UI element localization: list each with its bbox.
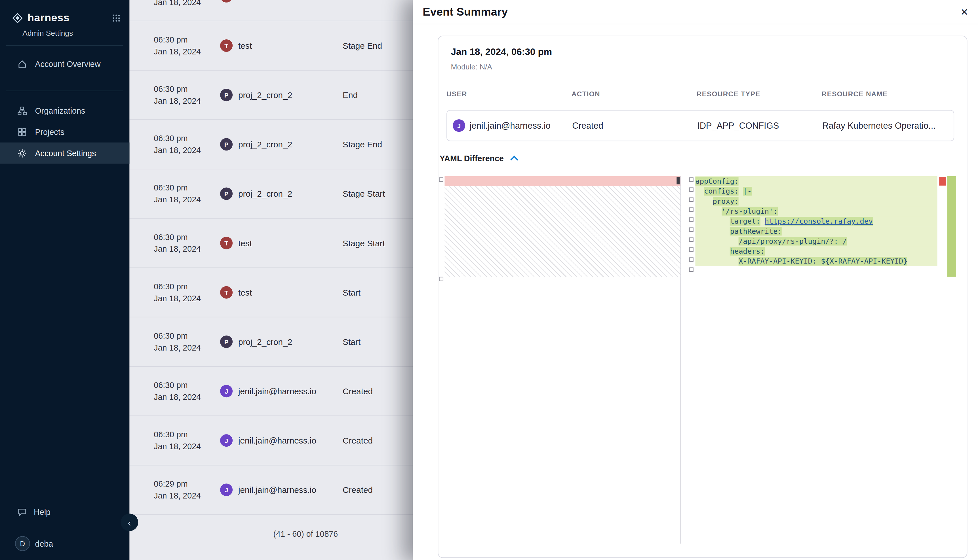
table-row[interactable]: 06:30 pm Jan 18, 2024 P proj_2_cron_2 St… xyxy=(129,317,438,367)
row-user: J jenil.jain@harness.io xyxy=(220,483,343,496)
row-timestamp: 06:30 pm Jan 18, 2024 xyxy=(154,35,220,56)
row-user: P proj_2_cron_2 xyxy=(220,335,343,348)
diff-fold-marker[interactable] xyxy=(689,207,693,212)
row-avatar: P xyxy=(220,335,232,348)
chat-icon xyxy=(18,507,27,517)
row-name: jenil.jain@harness.io xyxy=(238,436,316,445)
diff-fold-marker[interactable] xyxy=(689,177,693,182)
row-name: proj_2_cron_2 xyxy=(238,189,292,198)
event-datetime: Jan 18, 2024, 06:30 pm xyxy=(451,46,552,57)
sidebar-collapse-button[interactable]: ‹ xyxy=(120,513,138,531)
table-row[interactable]: 06:30 pm Jan 18, 2024 T test Stage End xyxy=(129,21,438,70)
event-resource-name: Rafay Kubernetes Operatio... xyxy=(822,110,956,140)
row-timestamp: 06:30 pm Jan 18, 2024 xyxy=(154,331,220,352)
diff-link[interactable]: https://console.rafay.dev xyxy=(765,217,873,226)
sidebar-item-label: Projects xyxy=(35,127,64,137)
diff-gutter-right xyxy=(689,176,694,543)
row-name: proj_2_cron_2 xyxy=(238,90,292,100)
row-avatar: T xyxy=(220,286,232,299)
diff-removed-line xyxy=(445,176,680,186)
table-row[interactable]: 06:30 pm Jan 18, 2024 P proj_2_cron_2 St… xyxy=(129,169,438,218)
col-header-resource-type: RESOURCE TYPE xyxy=(697,90,761,97)
module-label: Module: N/A xyxy=(451,62,492,71)
row-avatar: T xyxy=(220,39,232,52)
table-row[interactable]: 06:29 pm Jan 18, 2024 J jenil.jain@harne… xyxy=(129,465,438,515)
diff-fold-marker[interactable] xyxy=(689,227,693,232)
table-row[interactable]: 06:30 pm Jan 18, 2024 T test Stage Start xyxy=(129,219,438,268)
row-name: proj_2_cron_2 xyxy=(238,140,292,149)
diff-fold-marker[interactable] xyxy=(439,277,443,281)
row-user: T test xyxy=(220,237,343,249)
row-avatar: J xyxy=(220,385,232,397)
row-date: Jan 18, 2024 xyxy=(154,47,220,56)
sidebar: harness Admin Settings Account Overview … xyxy=(0,0,129,560)
sidebar-item-organizations[interactable]: Organizations xyxy=(0,100,129,121)
row-name: jenil.jain@harness.io xyxy=(238,387,316,396)
row-user: P proj_2_cron_2 xyxy=(220,89,343,101)
help-label: Help xyxy=(34,507,50,517)
org-icon xyxy=(18,106,27,115)
row-user: P proj_2_cron_2 xyxy=(220,138,343,150)
sidebar-item-label: Organizations xyxy=(35,106,85,115)
table-row[interactable]: 06:30 pm Jan 18, 2024 T test End xyxy=(129,0,438,21)
yaml-difference-toggle[interactable]: YAML Difference xyxy=(440,153,517,163)
row-avatar: P xyxy=(220,138,232,150)
module-grid-icon[interactable] xyxy=(112,14,121,23)
table-row-inner: 06:30 pm Jan 18, 2024 J jenil.jain@harne… xyxy=(129,367,438,415)
table-row[interactable]: 06:30 pm Jan 18, 2024 P proj_2_cron_2 En… xyxy=(129,70,438,120)
table-row[interactable]: 06:30 pm Jan 18, 2024 J jenil.jain@harne… xyxy=(129,367,438,416)
row-user: T test xyxy=(220,0,343,3)
close-icon[interactable]: × xyxy=(961,4,968,20)
diff-fold-marker[interactable] xyxy=(689,198,693,202)
yaml-diff-viewer: appConfig: configs: |- proxy: '/rs-plugi… xyxy=(439,176,956,543)
row-timestamp: 06:30 pm Jan 18, 2024 xyxy=(154,282,220,303)
row-user: T test xyxy=(220,286,343,299)
row-action: End xyxy=(343,0,358,1)
row-action: Stage Start xyxy=(343,238,385,248)
diff-fold-marker[interactable] xyxy=(689,257,693,262)
row-action: Stage Start xyxy=(343,189,385,198)
diff-fold-marker[interactable] xyxy=(689,268,693,272)
row-time: 06:30 pm xyxy=(154,232,220,242)
sidebar-item-account-settings[interactable]: Account Settings xyxy=(0,143,129,164)
diff-fold-marker[interactable] xyxy=(689,217,693,222)
sidebar-divider xyxy=(6,91,123,91)
diff-fold-marker[interactable] xyxy=(689,237,693,242)
sidebar-item-label: Account Settings xyxy=(35,148,96,158)
row-time: 06:30 pm xyxy=(154,430,220,439)
table-row-inner: 06:30 pm Jan 18, 2024 T test Stage Start xyxy=(129,219,438,268)
row-user: J jenil.jain@harness.io xyxy=(220,385,343,397)
table-row[interactable]: 06:30 pm Jan 18, 2024 J jenil.jain@harne… xyxy=(129,416,438,465)
row-name: test xyxy=(238,288,252,297)
diff-added-line: /api/proxy/rs-plugin/?: / xyxy=(695,236,938,246)
diff-fold-marker[interactable] xyxy=(689,187,693,192)
logo-row: harness xyxy=(0,0,129,27)
row-timestamp: 06:30 pm Jan 18, 2024 xyxy=(154,134,220,155)
diff-added-line: proxy: xyxy=(695,196,938,206)
diff-added-line: pathRewrite: xyxy=(695,226,938,236)
user-menu[interactable]: D deba xyxy=(15,536,53,551)
row-date: Jan 18, 2024 xyxy=(154,244,220,253)
row-action: Created xyxy=(343,436,373,445)
row-time: 06:30 pm xyxy=(154,331,220,340)
row-date: Jan 18, 2024 xyxy=(154,491,220,500)
diff-fold-marker[interactable] xyxy=(689,247,693,252)
drawer-header: Event Summary × xyxy=(413,0,978,24)
diff-added-line: headers: xyxy=(695,246,938,256)
sidebar-item-projects[interactable]: Projects xyxy=(0,121,129,143)
user-name: deba xyxy=(35,539,53,548)
row-timestamp: 06:30 pm Jan 18, 2024 xyxy=(154,381,220,402)
chevron-left-icon: ‹ xyxy=(128,517,131,527)
sidebar-item-account-overview[interactable]: Account Overview xyxy=(0,53,129,74)
table-row[interactable]: 06:30 pm Jan 18, 2024 P proj_2_cron_2 St… xyxy=(129,120,438,169)
diff-fold-marker[interactable] xyxy=(439,177,443,182)
row-time: 06:30 pm xyxy=(154,85,220,94)
yaml-difference-label: YAML Difference xyxy=(440,153,504,163)
sidebar-divider xyxy=(6,45,123,46)
sidebar-subtitle: Admin Settings xyxy=(0,27,129,40)
row-timestamp: 06:30 pm Jan 18, 2024 xyxy=(154,183,220,204)
diff-removed-indicator xyxy=(939,177,946,186)
table-row[interactable]: 06:30 pm Jan 18, 2024 T test Start xyxy=(129,268,438,317)
row-time: 06:30 pm xyxy=(154,282,220,291)
help-button[interactable]: Help xyxy=(18,507,50,517)
